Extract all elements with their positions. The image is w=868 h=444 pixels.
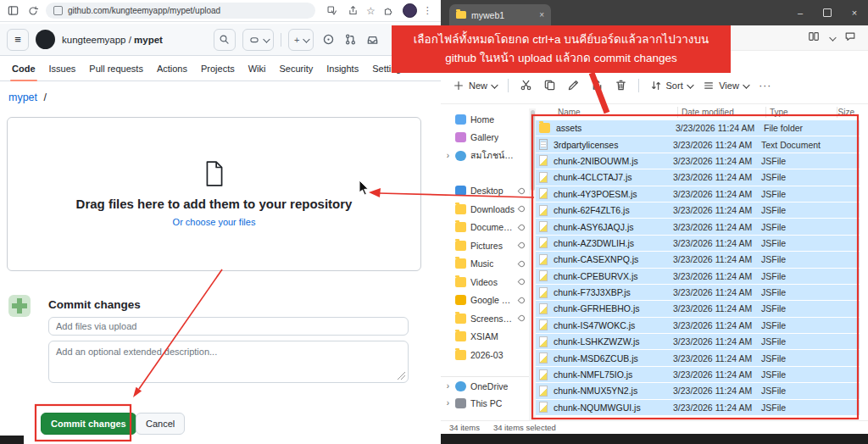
file-row[interactable]: 3rdpartylicenses 3/23/2026 11:24 AM Text… — [536, 136, 860, 153]
file-row[interactable]: chunk-4Y3POESM.js 3/23/2026 11:24 AM JSF… — [536, 186, 860, 203]
repo-nav-tab[interactable]: Wiki — [242, 56, 273, 80]
sidebar-item[interactable]: Pictures — [441, 236, 529, 255]
share-icon[interactable] — [345, 3, 360, 19]
chevron-down-icon[interactable] — [829, 34, 836, 41]
chevron-right-icon[interactable]: › — [445, 152, 451, 160]
repo-nav-tab[interactable]: Insights — [320, 56, 365, 80]
repo-nav-tab[interactable]: Actions — [150, 56, 194, 80]
file-dropzone[interactable]: Drag files here to add them to your repo… — [7, 117, 421, 271]
column-name[interactable]: Name — [558, 107, 678, 118]
file-row[interactable]: chunk-2NIBOUWM.js 3/23/2026 11:24 AM JSF… — [536, 153, 860, 169]
file-date: 3/23/2026 11:24 AM — [673, 222, 761, 232]
sidebar-item[interactable]: Downloads — [441, 200, 529, 219]
breadcrumb-repo[interactable]: mypet — [134, 35, 163, 45]
file-row[interactable]: chunk-IS47WOKC.js 3/23/2026 11:24 AM JSF… — [536, 318, 860, 334]
breadcrumb-repo-link[interactable]: mypet — [8, 92, 37, 103]
sidebar-item-icon — [455, 295, 466, 305]
sidebar-item[interactable]: › OneDrive — [441, 376, 529, 395]
extensions-puzzle-icon[interactable] — [381, 3, 397, 19]
pull-request-icon[interactable] — [342, 32, 358, 47]
address-bar[interactable]: github.com/kungteemyapp/mypet/upload — [46, 3, 315, 19]
sidebar-item[interactable]: Desktop — [441, 182, 529, 201]
commit-changes-button[interactable]: Commit changes — [41, 413, 136, 435]
delete-icon[interactable] — [615, 79, 627, 93]
sidebar-item[interactable]: › This PC — [441, 394, 529, 413]
column-date-modified[interactable]: Date modified — [678, 107, 766, 118]
repo-nav-tab[interactable]: Code — [5, 56, 42, 80]
file-row[interactable]: chunk-ASY6JAQJ.js 3/23/2026 11:24 AM JSF… — [536, 219, 860, 235]
share-icon[interactable] — [591, 79, 604, 93]
repo-breadcrumb[interactable]: kungteemyapp / mypet — [62, 35, 163, 45]
choose-files-link[interactable]: Or choose your files — [173, 217, 256, 227]
create-new-button[interactable]: + — [288, 29, 314, 51]
minimize-button[interactable]: – — [787, 0, 814, 25]
sidebar-item[interactable]: Gallery — [441, 129, 529, 147]
view-button[interactable]: View — [703, 80, 748, 92]
file-row[interactable]: chunk-F73J3XBP.js 3/23/2026 11:24 AM JSF… — [536, 285, 860, 301]
commit-description-textarea[interactable] — [48, 341, 409, 383]
file-row[interactable]: chunk-AZ3DWLIH.js 3/23/2026 11:24 AM JSF… — [536, 236, 860, 252]
close-button[interactable]: × — [841, 0, 868, 25]
bookmark-star-icon[interactable]: ☆ — [366, 6, 376, 16]
column-size[interactable]: Size — [837, 107, 860, 118]
inbox-icon[interactable] — [364, 32, 380, 47]
hamburger-menu-button[interactable]: ≡ — [7, 29, 29, 51]
sidebar-item[interactable]: Videos — [441, 273, 529, 291]
sidebar-item[interactable]: Screenshots — [441, 309, 529, 328]
tab-close-icon[interactable]: × — [539, 10, 544, 19]
chevron-right-icon[interactable]: › — [445, 382, 451, 391]
commit-title-input[interactable] — [48, 317, 409, 336]
sidebar-scrollbar[interactable] — [529, 108, 536, 420]
repo-nav-tab[interactable]: Issues — [42, 56, 83, 80]
repo-nav-tabs: Code Issues Pull requests Actions Projec… — [0, 56, 441, 81]
file-row[interactable]: chunk-GFRHEBHO.js 3/23/2026 11:24 AM JSF… — [536, 301, 860, 317]
file-row[interactable]: chunk-4CLCTAJ7.js 3/23/2026 11:24 AM JSF… — [536, 169, 860, 186]
sort-button[interactable]: Sort — [650, 80, 693, 92]
site-info-icon[interactable] — [53, 6, 63, 15]
file-row[interactable]: chunk-NQUMWGUI.js 3/23/2026 11:24 AM JSF… — [536, 400, 860, 416]
repo-nav-tab[interactable]: Projects — [194, 56, 242, 80]
repo-nav-tab[interactable]: Security — [273, 56, 320, 80]
sidebar-item[interactable]: XSIAM — [441, 328, 529, 347]
file-row[interactable]: chunk-NMUX5YN2.js 3/23/2026 11:24 AM JSF… — [536, 383, 860, 399]
refresh-icon[interactable] — [25, 3, 41, 19]
file-row[interactable]: chunk-MSD6ZCUB.js 3/23/2026 11:24 AM JSF… — [536, 350, 860, 366]
file-row[interactable]: assets 3/23/2026 11:24 AM File folder — [536, 120, 860, 136]
rename-icon[interactable] — [567, 79, 580, 93]
feedback-icon[interactable] — [844, 31, 856, 46]
repo-nav-tab[interactable]: Pull requests — [82, 56, 150, 80]
chevron-down-icon — [303, 36, 309, 42]
sidebar-item[interactable]: Google Drive — [441, 291, 529, 310]
new-button[interactable]: New — [453, 80, 497, 92]
explorer-tab[interactable]: myweb1 × — [449, 4, 551, 25]
column-type[interactable]: Type — [766, 107, 837, 118]
file-type: JSFile — [761, 189, 832, 199]
file-date: 3/23/2026 11:24 AM — [673, 320, 761, 330]
breadcrumb-owner[interactable]: kungteemyapp — [62, 35, 125, 45]
issues-icon[interactable] — [320, 32, 336, 47]
sidebar-item[interactable]: Home — [441, 110, 529, 129]
search-button[interactable] — [214, 29, 236, 51]
profile-avatar[interactable] — [403, 3, 417, 18]
file-row[interactable]: chunk-CASEXNPQ.js 3/23/2026 11:24 AM JSF… — [536, 252, 860, 268]
sidebar-item[interactable]: 2026-03 — [441, 346, 529, 364]
copilot-button[interactable] — [242, 29, 275, 51]
browser-menu-icon[interactable]: ⋮ — [423, 5, 432, 16]
file-row[interactable]: chunk-NMFL75IO.js 3/23/2026 11:24 AM JSF… — [536, 367, 860, 383]
file-row[interactable]: chunk-CPEBURVX.js 3/23/2026 11:24 AM JSF… — [536, 269, 860, 285]
file-row[interactable]: chunk-LSHKZWZW.js 3/23/2026 11:24 AM JSF… — [536, 334, 860, 350]
see-more-icon[interactable]: ··· — [759, 80, 771, 92]
chevron-right-icon[interactable]: › — [445, 399, 451, 408]
file-row[interactable]: chunk-62F4ZLT6.js 3/23/2026 11:24 AM JSF… — [536, 203, 860, 219]
maximize-button[interactable] — [814, 0, 841, 25]
translate-icon[interactable] — [324, 3, 339, 19]
cancel-button[interactable]: Cancel — [136, 413, 185, 435]
github-logo[interactable] — [36, 30, 55, 49]
split-view-icon[interactable] — [808, 31, 820, 46]
sidebar-item[interactable]: › สมโภชน์ - Royal T — [441, 147, 529, 165]
sidebar-item[interactable]: Music — [441, 255, 529, 274]
copy-icon[interactable] — [543, 79, 556, 93]
side-panel-icon[interactable] — [5, 3, 20, 19]
cut-icon[interactable] — [520, 79, 532, 93]
sidebar-item[interactable]: Documents — [441, 219, 529, 237]
